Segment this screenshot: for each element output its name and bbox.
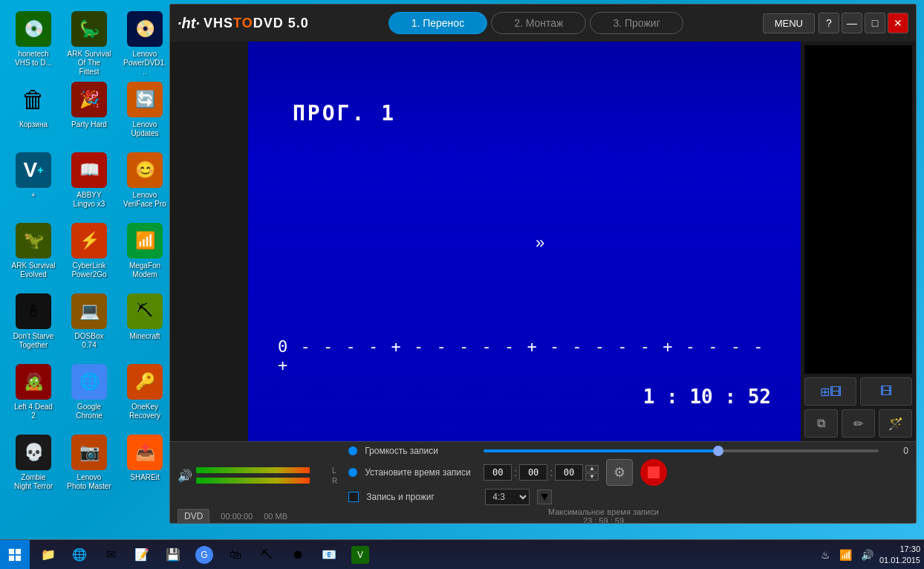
icon-label: MegaFonModem: [126, 271, 157, 289]
icon-abbyy-new[interactable]: V +: [4, 156, 56, 223]
volume-bar-l: [200, 464, 334, 469]
filmstrip-add-button[interactable]: ⊞: [827, 202, 863, 226]
app-content: ПРОГ. 1 » 0----+----+----+----+ 1:10:52 …: [172, 36, 913, 525]
icon-ark-evolved[interactable]: 🦖 ARK SurvivalEvolved: [4, 230, 56, 297]
minecraft-icon: ⛏: [126, 317, 156, 347]
time-arrows: ▲ ▼: [737, 462, 749, 478]
time-minutes[interactable]: [668, 462, 695, 478]
time-up-arrow[interactable]: ▲: [737, 462, 749, 469]
taskbar-chrome2[interactable]: 🌐: [203, 542, 230, 568]
icon-lenovophoto[interactable]: 📷 LenovoPhoto Master: [59, 453, 111, 520]
icon-recycle[interactable]: 🗑 Корзина: [4, 82, 56, 149]
icon-megafon[interactable]: 📶 MegaFonModem: [115, 230, 167, 297]
taskbar-onedrive[interactable]: ☁: [146, 542, 173, 568]
help-button[interactable]: ?: [825, 13, 843, 30]
menu-button[interactable]: MENU: [772, 12, 819, 32]
dontstarve-icon: 🕯: [15, 313, 45, 342]
filmstrip-cut-button[interactable]: ⊟: [867, 202, 902, 226]
time-hours[interactable]: [635, 462, 662, 478]
icon-label: DOSBox 0.74: [62, 350, 108, 359]
taskbar-file-explorer[interactable]: 📁: [33, 542, 60, 568]
logo-area: ht VHSTODVD 5.0: [179, 14, 273, 30]
record-burn-checkbox[interactable]: [435, 491, 444, 500]
time-seconds[interactable]: [703, 462, 729, 478]
video-left-border: [179, 44, 188, 442]
taskbar-word[interactable]: W: [118, 542, 145, 568]
aspect-ratio-select[interactable]: 4 : 3 16 : 9: [524, 487, 569, 504]
taskbar-app[interactable]: 🎴: [287, 542, 314, 568]
logo-ht: ht: [179, 14, 192, 30]
icon-chrome[interactable]: 🌐 GoogleChrome: [59, 379, 111, 446]
volume-value: 0: [489, 462, 511, 478]
mail-icon: ✉: [97, 546, 110, 564]
right-btn-row3: 🔧: [821, 261, 909, 285]
time-status: 00:00:00: [211, 513, 243, 522]
pencil-button[interactable]: ✏: [867, 232, 902, 256]
time-down-arrow[interactable]: ▼: [737, 470, 749, 478]
logo-text: VHSTODVD 5.0: [195, 16, 273, 27]
lenovoupdates-icon: 🔄: [126, 90, 156, 120]
icon-label: ZombieNight Terror: [10, 494, 49, 512]
honetechvhs-icon: 📼: [15, 16, 45, 45]
close-button[interactable]: ✕: [888, 13, 905, 30]
recycle-icon: 🗑: [15, 94, 45, 124]
settings-button[interactable]: ⚙: [756, 458, 778, 481]
record-time-label: Установите время записи: [533, 459, 628, 480]
time-display: 1:10:52: [281, 300, 778, 322]
icon-minecraft[interactable]: ⛏ Minecraft: [115, 305, 167, 371]
icon-zombie[interactable]: 🧟 ZombieNight Terror: [4, 453, 56, 520]
icon-honetechvhs[interactable]: 📼 honettechVHS to D...: [4, 7, 56, 74]
tab-montage[interactable]: 2. Монтаж: [481, 10, 576, 33]
volume-bar-r: [200, 470, 334, 475]
icon-dontstarve[interactable]: 🕯 Don't StarveTogether: [4, 305, 56, 371]
window-controls: ? − □ ✕: [825, 13, 905, 30]
controls-row2: Максимальное время записи 23 : 59 : 59 З…: [179, 487, 809, 504]
icon-lenovoveriface[interactable]: 👤 LenovoVeriFace Pro: [115, 156, 167, 223]
maximize-button[interactable]: □: [867, 13, 885, 30]
record-dot-indicator: [517, 465, 526, 474]
title-bar: ht VHSTODVD 5.0 1. Перенос 2. Монтаж 3. …: [172, 7, 913, 36]
icon-dosbox[interactable]: ⬛ DOSBox 0.74: [59, 305, 111, 371]
wand-button[interactable]: 🔧: [847, 261, 883, 285]
icon-abbyy[interactable]: 📖 ABBYYLingvo x3: [59, 156, 111, 223]
app-icon: 🎴: [292, 546, 310, 564]
tray-network-icon: 📶: [845, 549, 858, 561]
size-status: 00 MB: [258, 513, 282, 522]
partyhard-icon: 🎮: [71, 94, 100, 124]
icon-arksurvival-fittest[interactable]: 🦕 ARK SurvivalOf The Fittest: [59, 7, 111, 74]
icon-partyhard[interactable]: 🎮 Party Hard: [59, 82, 111, 149]
clock-area: 21:47 12.01.2017: [879, 545, 917, 564]
icon-shareit[interactable]: 📤 SHAREit: [115, 453, 167, 520]
video-overlay-text: ПРОГ. 1: [312, 163, 420, 188]
taskbar-store[interactable]: 🏪: [175, 542, 201, 568]
taskbar-mail[interactable]: ✉: [90, 542, 117, 568]
taskbar: 📁 e ✉ W ☁ 🏪 🌐 ⏺ 📧: [0, 539, 924, 569]
minimize-button[interactable]: −: [846, 13, 864, 30]
record-button[interactable]: [784, 456, 809, 483]
onedrive-icon: ☁: [152, 546, 167, 564]
volume-slider[interactable]: [452, 468, 481, 471]
icon-lenovoupdates[interactable]: 🔄 LenovoUpdates: [115, 82, 167, 149]
taskbar-ie[interactable]: e: [62, 542, 88, 568]
video-container: ПРОГ. 1 » 0----+----+----+----+ 1:10:52: [179, 44, 809, 442]
progress-indicator: »: [281, 259, 778, 274]
volume-bars: [200, 464, 334, 475]
copy-button[interactable]: ⊡: [827, 232, 863, 256]
store-icon: 🏪: [179, 546, 198, 564]
tab-transfer[interactable]: 1. Перенос: [378, 10, 477, 33]
tab-burn[interactable]: 3. Прожиг: [581, 10, 674, 33]
icon-label: CyberLinkPower2Go: [68, 271, 103, 289]
icon-lenovopowerdvd[interactable]: ▶ LenovoPowerDVD1: [115, 7, 167, 74]
right-btn-row2: ⊡ ✏: [821, 232, 909, 256]
icon-left4dead[interactable]: 🧟 Left 4 Dead 2: [4, 379, 56, 446]
ark-evolved-icon: 🦖: [15, 238, 45, 268]
icon-label: SHAREit: [126, 498, 155, 507]
taskbar-obs[interactable]: ⏺: [231, 542, 258, 568]
video-progress-area: » 0----+----+----+----+ 1:10:52: [281, 259, 778, 322]
volume-icon[interactable]: 🔊: [179, 463, 194, 477]
icon-label: LenovoVeriFace Pro: [120, 197, 163, 215]
taskbar-mail2[interactable]: 📧: [259, 542, 286, 568]
icon-onekey[interactable]: 🔑 OneKeyRecovery: [115, 379, 167, 446]
icon-cyberlink[interactable]: 💿 CyberLinkPower2Go: [59, 230, 111, 297]
start-button[interactable]: [0, 540, 30, 570]
